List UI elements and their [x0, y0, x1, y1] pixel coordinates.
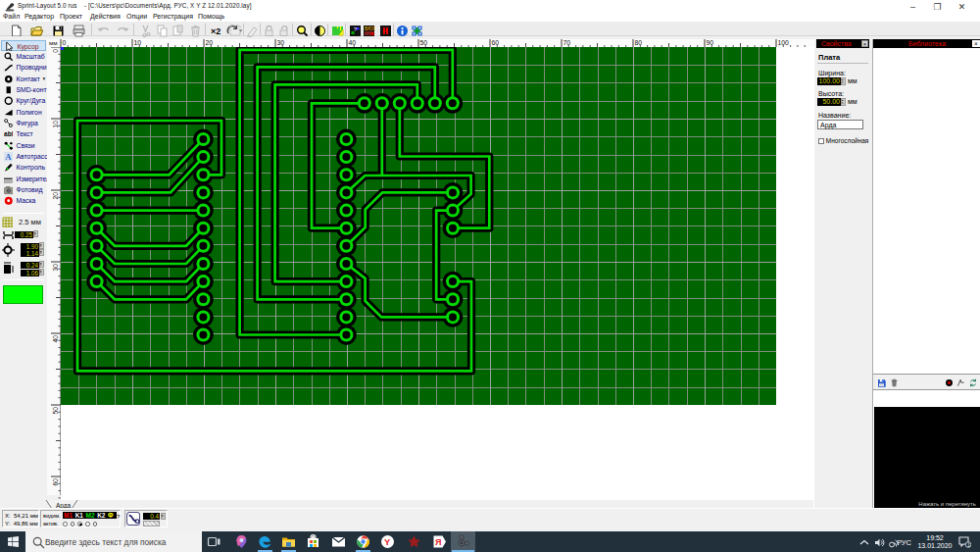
- svg-text:Y: Y: [384, 536, 391, 547]
- svg-text:10: 10: [134, 39, 142, 46]
- svg-text:1: 1: [967, 542, 970, 548]
- svg-text:0: 0: [52, 49, 59, 53]
- svg-text:60: 60: [492, 39, 500, 46]
- svg-text:80: 80: [635, 39, 643, 46]
- svg-text:×2: ×2: [211, 26, 220, 36]
- svg-text:90: 90: [707, 39, 714, 46]
- svg-text:30: 30: [52, 264, 59, 272]
- svg-text:40: 40: [52, 335, 59, 343]
- svg-text:50: 50: [52, 407, 59, 415]
- svg-text:?: ?: [354, 26, 357, 32]
- svg-text:БЮС: БЮС: [365, 25, 375, 31]
- svg-text:20: 20: [52, 192, 59, 200]
- svg-text:20: 20: [206, 39, 214, 46]
- svg-text:мм: мм: [49, 39, 58, 46]
- svg-text:70: 70: [564, 39, 571, 46]
- svg-text:0: 0: [63, 39, 67, 46]
- svg-text:abl: abl: [4, 131, 14, 138]
- svg-text:10: 10: [52, 121, 59, 128]
- svg-text:40: 40: [349, 39, 357, 46]
- svg-text:A: A: [5, 152, 12, 161]
- svg-text:30: 30: [277, 39, 285, 46]
- svg-text:50: 50: [420, 39, 428, 46]
- svg-text:Я: Я: [435, 537, 441, 547]
- svg-text:60: 60: [52, 478, 59, 486]
